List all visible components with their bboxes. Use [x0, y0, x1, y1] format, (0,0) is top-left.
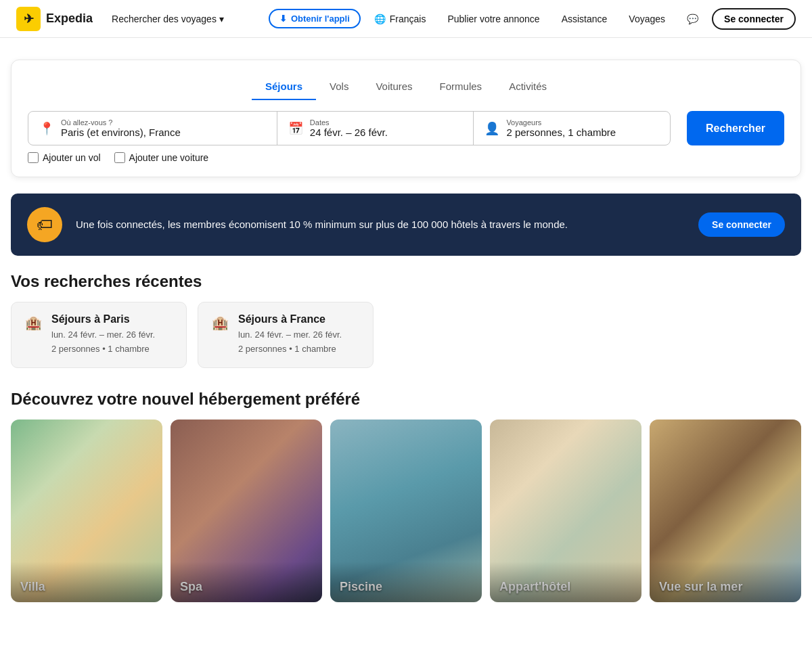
- logo[interactable]: ✈ Expedia: [16, 7, 93, 31]
- building-icon-2: 🏨: [212, 315, 229, 331]
- search-button[interactable]: Rechercher: [687, 111, 784, 145]
- search-button-label: Rechercher: [706, 122, 765, 134]
- appart-label: Appart'hôtel: [499, 580, 570, 594]
- location-icon: 📍: [39, 121, 54, 136]
- publish-button[interactable]: Publier votre annonce: [439, 9, 547, 28]
- location-value: Paris (et environs), France: [61, 127, 181, 138]
- tab-formules[interactable]: Formules: [426, 74, 496, 100]
- download-icon: ⬇: [279, 14, 287, 24]
- recent-paris-persons: 2 personnes • 1 chambre: [51, 342, 155, 357]
- mer-label: Vue sur la mer: [659, 580, 742, 594]
- tab-voitures[interactable]: Voitures: [362, 74, 426, 100]
- location-label: Où allez-vous ?: [61, 118, 181, 127]
- add-car-checkbox[interactable]: Ajouter une voiture: [114, 152, 209, 163]
- property-card-mer[interactable]: Vue sur la mer: [650, 420, 801, 602]
- language-label: Français: [390, 14, 426, 24]
- download-app-button[interactable]: ⬇ Obtenir l'appli: [269, 9, 361, 28]
- travelers-value: 2 personnes, 1 chambre: [506, 127, 616, 138]
- property-card-spa[interactable]: Spa: [171, 420, 322, 602]
- recent-searches-list: 🏨 Séjours à Paris lun. 24 févr. – mer. 2…: [11, 302, 801, 368]
- search-trips-label: Rechercher des voyages: [112, 14, 217, 24]
- signin-button[interactable]: Se connecter: [712, 8, 796, 30]
- recent-paris-title: Séjours à Paris: [51, 313, 155, 325]
- voyages-label: Voyages: [629, 14, 665, 24]
- search-box: Séjours Vols Voitures Formules Activités…: [11, 60, 801, 177]
- add-flight-label: Ajouter un vol: [43, 152, 101, 163]
- recent-search-paris[interactable]: 🏨 Séjours à Paris lun. 24 févr. – mer. 2…: [11, 302, 187, 368]
- voyages-button[interactable]: Voyages: [621, 9, 673, 28]
- add-flight-input[interactable]: [28, 152, 39, 163]
- recent-france-dates: lun. 24 févr. – mer. 26 févr.: [238, 328, 342, 342]
- property-card-appart[interactable]: Appart'hôtel: [490, 420, 641, 602]
- spa-label: Spa: [180, 580, 202, 594]
- building-icon-1: 🏨: [25, 315, 42, 331]
- chevron-down-icon: ▾: [219, 14, 224, 24]
- dates-value: 24 févr. – 26 févr.: [310, 127, 388, 138]
- signin-label: Se connecter: [724, 14, 784, 24]
- add-car-input[interactable]: [114, 152, 125, 163]
- main-content: Séjours Vols Voitures Formules Activités…: [0, 38, 812, 624]
- recent-france-persons: 2 personnes • 1 chambre: [238, 342, 342, 357]
- recent-searches-title: Vos recherches récentes: [11, 272, 801, 291]
- recent-france-title: Séjours à France: [238, 313, 342, 325]
- savings-banner: 🏷 Une fois connectés, les membres économ…: [11, 194, 801, 256]
- download-label: Obtenir l'appli: [291, 14, 350, 24]
- savings-banner-icon: 🏷: [27, 207, 62, 242]
- banner-signin-button[interactable]: Se connecter: [698, 212, 785, 237]
- messages-button[interactable]: 💬: [679, 9, 706, 28]
- property-card-villa[interactable]: Villa: [11, 420, 162, 602]
- search-row: 📍 Où allez-vous ? Paris (et environs), F…: [28, 111, 784, 145]
- travelers-label: Voyageurs: [506, 118, 616, 127]
- location-field[interactable]: 📍 Où allez-vous ? Paris (et environs), F…: [28, 112, 277, 145]
- travelers-field[interactable]: 👤 Voyageurs 2 personnes, 1 chambre: [474, 112, 670, 145]
- calendar-icon: 📅: [288, 121, 303, 136]
- banner-signin-label: Se connecter: [712, 219, 771, 230]
- assistance-label: Assistance: [562, 14, 608, 24]
- logo-icon: ✈: [16, 7, 41, 31]
- discover-title: Découvrez votre nouvel hébergement préfé…: [11, 390, 801, 409]
- search-tabs: Séjours Vols Voitures Formules Activités: [28, 74, 784, 100]
- piscine-label: Piscine: [340, 580, 382, 594]
- search-fields: 📍 Où allez-vous ? Paris (et environs), F…: [28, 111, 671, 145]
- messages-icon: 💬: [687, 14, 698, 24]
- savings-banner-text: Une fois connectés, les membres économis…: [76, 217, 685, 233]
- tab-vols[interactable]: Vols: [316, 74, 362, 100]
- search-checkboxes: Ajouter un vol Ajouter une voiture: [28, 152, 784, 163]
- tab-activites[interactable]: Activités: [495, 74, 560, 100]
- property-cards: Villa Spa Piscine Appart'hôtel Vue sur l…: [11, 420, 801, 602]
- property-card-piscine[interactable]: Piscine: [330, 420, 482, 602]
- logo-text: Expedia: [46, 12, 93, 26]
- add-flight-checkbox[interactable]: Ajouter un vol: [28, 152, 101, 163]
- language-button[interactable]: 🌐 Français: [366, 9, 434, 28]
- tab-sejours[interactable]: Séjours: [252, 74, 316, 100]
- recent-search-france[interactable]: 🏨 Séjours à France lun. 24 févr. – mer. …: [198, 302, 374, 368]
- search-trips-button[interactable]: Rechercher des voyages ▾: [104, 9, 232, 28]
- dates-label: Dates: [310, 118, 388, 127]
- recent-paris-dates: lun. 24 févr. – mer. 26 févr.: [51, 328, 155, 342]
- publish-label: Publier votre annonce: [447, 14, 539, 24]
- dates-field[interactable]: 📅 Dates 24 févr. – 26 févr.: [277, 112, 474, 145]
- navbar: ✈ Expedia Rechercher des voyages ▾ ⬇ Obt…: [0, 0, 812, 38]
- globe-icon: 🌐: [374, 14, 386, 24]
- assistance-button[interactable]: Assistance: [554, 9, 616, 28]
- person-icon: 👤: [484, 121, 499, 136]
- villa-label: Villa: [20, 580, 45, 594]
- add-car-label: Ajouter une voiture: [129, 152, 209, 163]
